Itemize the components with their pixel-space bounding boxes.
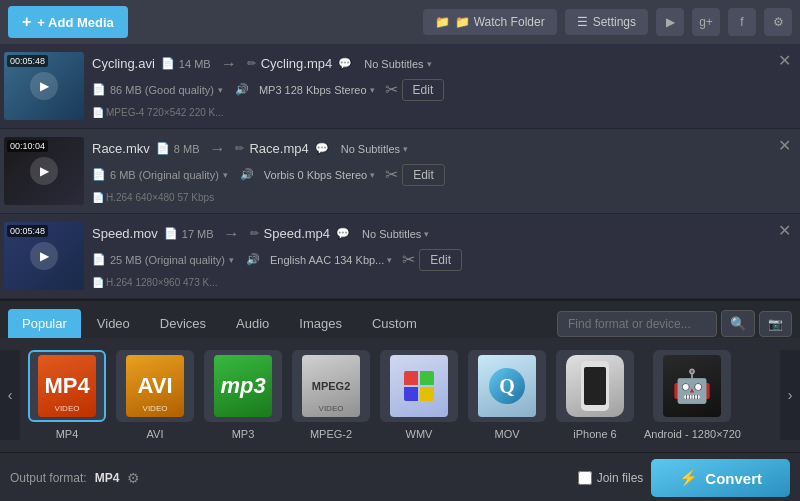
format-item-avi[interactable]: AVI VIDEO AVI — [116, 350, 194, 440]
duration-badge: 00:10:04 — [7, 140, 48, 152]
scroll-right-button[interactable]: › — [780, 350, 800, 440]
format-icon-wrap-mp4: MP4 VIDEO — [28, 350, 106, 422]
duration-badge: 00:05:48 — [7, 55, 48, 67]
output-format-settings-button[interactable]: ⚙ — [127, 470, 140, 486]
table-row: 00:10:04 ▶ Race.mkv 📄 8 MB → ✏ Race.mp4 … — [0, 129, 800, 214]
play-icon: ▶ — [30, 72, 58, 100]
format-item-mpeg2[interactable]: MPEG2 VIDEO MPEG-2 — [292, 350, 370, 440]
output-format-label: Output format: — [10, 471, 87, 485]
format-search-input[interactable] — [557, 311, 717, 337]
edit-pen-icon: ✏ — [235, 142, 244, 155]
cut-button[interactable]: ✂ — [385, 165, 398, 184]
play-icon: ▶ — [30, 157, 58, 185]
table-row: 00:05:48 ▶ Speed.mov 📄 17 MB → ✏ Speed.m… — [0, 214, 800, 299]
googleplus-icon[interactable]: g+ — [692, 8, 720, 36]
settings-button[interactable]: ☰ Settings — [565, 9, 648, 35]
youtube-icon[interactable]: ▶ — [656, 8, 684, 36]
edit-button[interactable]: Edit — [419, 249, 462, 271]
scan-device-button[interactable]: 📷 — [759, 311, 792, 337]
edit-button[interactable]: Edit — [402, 79, 445, 101]
subtitle-label: No Subtitles — [364, 58, 423, 70]
join-files-checkbox[interactable] — [578, 471, 592, 485]
output-size: 25 MB (Original quality) — [110, 254, 225, 266]
convert-label: Convert — [705, 470, 762, 487]
media-list: 00:05:48 ▶ Cycling.avi 📄 14 MB → ✏ Cycli… — [0, 44, 800, 299]
arrow-icon: → — [221, 55, 237, 73]
output-format-value: MP4 — [95, 471, 120, 485]
format-item-mp3[interactable]: mp3 MP3 — [204, 350, 282, 440]
watch-folder-label: 📁 Watch Folder — [455, 15, 544, 29]
format-item-android[interactable]: 🤖 Android - 1280×720 — [644, 350, 741, 440]
settings-label: Settings — [593, 15, 636, 29]
facebook-icon[interactable]: f — [728, 8, 756, 36]
file-icon: 📄 — [164, 227, 178, 240]
subtitle-icon: 💬 — [336, 227, 350, 240]
tab-devices[interactable]: Devices — [146, 309, 220, 338]
audio-button[interactable]: MP3 128 Kbps Stereo ▾ — [253, 81, 381, 99]
cut-button[interactable]: ✂ — [402, 250, 415, 269]
format-icon-wrap-mp3: mp3 — [204, 350, 282, 422]
audio-button[interactable]: Vorbis 0 Kbps Stereo ▾ — [258, 166, 381, 184]
add-media-button[interactable]: + + Add Media — [8, 6, 128, 38]
edit-button[interactable]: Edit — [402, 164, 445, 186]
table-row: 00:05:48 ▶ Cycling.avi 📄 14 MB → ✏ Cycli… — [0, 44, 800, 129]
file-icon: 📄 — [92, 253, 106, 266]
file-icon: 📄 — [92, 83, 106, 96]
close-button[interactable]: ✕ — [774, 135, 794, 155]
file-size-in: 8 MB — [174, 143, 200, 155]
convert-button[interactable]: ⚡ Convert — [651, 459, 790, 497]
format-label-mp3: MP3 — [232, 428, 255, 440]
search-icon-button[interactable]: 🔍 — [721, 310, 755, 337]
add-media-label: + Add Media — [37, 15, 113, 30]
tab-video[interactable]: Video — [83, 309, 144, 338]
tab-popular[interactable]: Popular — [8, 309, 81, 338]
tab-custom[interactable]: Custom — [358, 309, 431, 338]
edit-pen-icon: ✏ — [250, 227, 259, 240]
chevron-down-icon: ▾ — [403, 144, 408, 154]
scroll-left-button[interactable]: ‹ — [0, 350, 20, 440]
format-item-mov[interactable]: Q MOV — [468, 350, 546, 440]
tab-images[interactable]: Images — [285, 309, 356, 338]
subtitles-button[interactable]: No Subtitles ▾ — [335, 140, 414, 158]
file-icon: 📄 — [92, 168, 106, 181]
arrow-icon: → — [209, 140, 225, 158]
watch-folder-icon: 📁 — [435, 15, 450, 29]
file-size-in: 14 MB — [179, 58, 211, 70]
gear-icon[interactable]: ⚙ — [764, 8, 792, 36]
format-icon-wrap-wmv — [380, 350, 458, 422]
subtitle-label: No Subtitles — [341, 143, 400, 155]
format-item-iphone6[interactable]: iPhone 6 — [556, 350, 634, 440]
tab-audio[interactable]: Audio — [222, 309, 283, 338]
thumbnail-1: 00:05:48 ▶ — [4, 52, 84, 120]
subtitle-icon: 💬 — [315, 142, 329, 155]
close-button[interactable]: ✕ — [774, 220, 794, 240]
format-icon-wrap-iphone6 — [556, 350, 634, 422]
format-label-mov: MOV — [494, 428, 519, 440]
format-grid: MP4 VIDEO MP4 AVI VIDEO AVI — [20, 346, 780, 444]
avi-icon: AVI VIDEO — [126, 355, 184, 417]
audio-label: English AAC 134 Kbp... — [270, 254, 384, 266]
chevron-down-icon: ▾ — [370, 170, 375, 180]
subtitles-button[interactable]: No Subtitles ▾ — [356, 225, 435, 243]
filename: Speed.mov — [92, 226, 158, 241]
codec-info: H.264 1280×960 473 K... — [106, 277, 217, 288]
audio-label: Vorbis 0 Kbps Stereo — [264, 169, 367, 181]
output-filename: Speed.mp4 — [264, 226, 331, 241]
subtitle-label: No Subtitles — [362, 228, 421, 240]
audio-button[interactable]: English AAC 134 Kbp... ▾ — [264, 251, 398, 269]
cut-button[interactable]: ✂ — [385, 80, 398, 99]
format-section: Popular Video Devices Audio Images Custo… — [0, 299, 800, 452]
format-item-wmv[interactable]: WMV — [380, 350, 458, 440]
filename: Race.mkv — [92, 141, 150, 156]
output-format-row: Output format: MP4 ⚙ Join files ⚡ Conver… — [10, 459, 790, 497]
mp4-icon: MP4 VIDEO — [38, 355, 96, 417]
format-item-mp4[interactable]: MP4 VIDEO MP4 — [28, 350, 106, 440]
mp3-icon: mp3 — [214, 355, 272, 417]
join-files-label[interactable]: Join files — [597, 471, 644, 485]
close-button[interactable]: ✕ — [774, 50, 794, 70]
subtitle-icon: 💬 — [338, 57, 352, 70]
output-size: 6 MB (Original quality) — [110, 169, 219, 181]
audio-label: MP3 128 Kbps Stereo — [259, 84, 367, 96]
watch-folder-button[interactable]: 📁 📁 Watch Folder — [423, 9, 556, 35]
subtitles-button[interactable]: No Subtitles ▾ — [358, 55, 437, 73]
